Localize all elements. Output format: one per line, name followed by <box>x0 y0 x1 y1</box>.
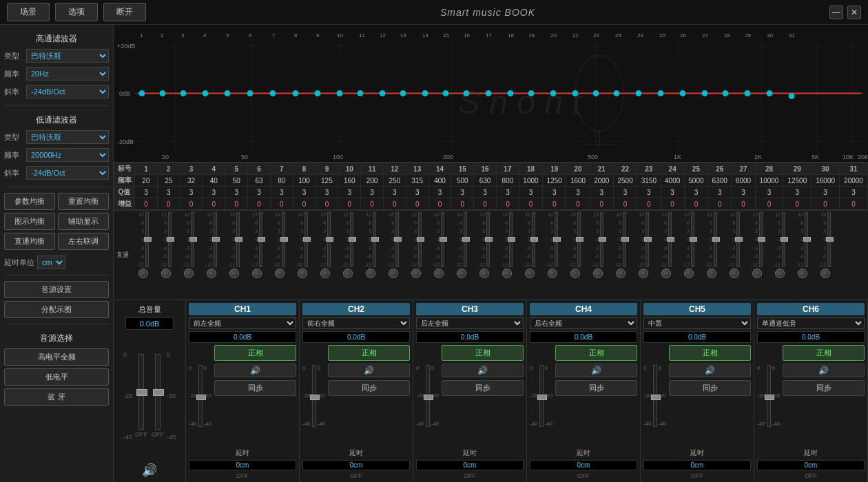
eq-fader-track-26[interactable] <box>714 212 717 267</box>
close-button[interactable]: ✕ <box>847 6 861 19</box>
ch2-delay-val[interactable]: 0cm <box>302 460 410 470</box>
ch5-delay-val[interactable]: 0cm <box>643 460 751 470</box>
eq-knob-17[interactable] <box>502 269 512 278</box>
ch6-speaker-button[interactable]: 🔊 <box>783 364 865 377</box>
eq-fader-track-17[interactable] <box>509 212 513 267</box>
eq-knob-2[interactable] <box>161 269 171 278</box>
eq-knob-25[interactable] <box>684 269 694 278</box>
lp-type-select[interactable]: 巴特沃斯 <box>26 130 109 144</box>
lr-link-button[interactable]: 左右联调 <box>58 233 109 250</box>
ch2-fader[interactable] <box>312 365 316 427</box>
eq-knob-10[interactable] <box>343 269 353 278</box>
eq-knob-4[interactable] <box>207 269 216 278</box>
ch5-speaker-button[interactable]: 🔊 <box>669 364 751 377</box>
eq-fader-track-2[interactable] <box>168 212 172 267</box>
high-full-button[interactable]: 高电平全频 <box>4 348 109 366</box>
eq-fader-track-21[interactable] <box>600 212 603 267</box>
eq-fader-track-12[interactable] <box>395 212 399 267</box>
graph-eq-button[interactable]: 图示均衡 <box>4 213 55 230</box>
eq-knob-21[interactable] <box>593 269 603 278</box>
ch3-delay-val[interactable]: 0cm <box>416 460 524 470</box>
eq-knob-29[interactable] <box>775 269 785 278</box>
eq-fader-track-8[interactable] <box>304 212 308 267</box>
ch6-phase-button[interactable]: 正相 <box>783 345 865 361</box>
eq-fader-track-22[interactable] <box>623 212 626 267</box>
eq-knob-31[interactable] <box>820 269 830 278</box>
distribution-button[interactable]: 分配示图 <box>4 301 109 318</box>
eq-knob-26[interactable] <box>707 269 716 278</box>
eq-knob-8[interactable] <box>298 269 307 278</box>
ch4-delay-val[interactable]: 0cm <box>530 460 637 470</box>
hp-freq-select[interactable]: 20Hz <box>26 67 109 81</box>
eq-fader-track-31[interactable] <box>827 212 831 267</box>
eq-knob-28[interactable] <box>752 269 762 278</box>
eq-knob-12[interactable] <box>389 269 398 278</box>
ch2-phase-button[interactable]: 正相 <box>328 345 410 361</box>
eq-fader-track-9[interactable] <box>327 212 331 267</box>
eq-knob-27[interactable] <box>730 269 739 278</box>
eq-fader-track-4[interactable] <box>214 212 217 267</box>
eq-knob-16[interactable] <box>479 269 489 278</box>
eq-fader-track-29[interactable] <box>782 212 785 267</box>
ch1-speaker-button[interactable]: 🔊 <box>214 364 296 377</box>
eq-fader-track-25[interactable] <box>691 212 694 267</box>
param-eq-button[interactable]: 参数均衡 <box>4 193 55 210</box>
eq-knob-18[interactable] <box>525 269 535 278</box>
ch1-fader[interactable] <box>198 365 203 427</box>
eq-knob-9[interactable] <box>320 269 330 278</box>
eq-knob-1[interactable] <box>138 269 148 278</box>
reset-eq-button[interactable]: 重置均衡 <box>58 193 109 210</box>
ch4-source-select[interactable]: 后右全频 <box>530 317 637 329</box>
eq-knob-14[interactable] <box>434 269 444 278</box>
source-settings-button[interactable]: 音源设置 <box>4 281 109 298</box>
options-button[interactable]: 选项 <box>55 3 98 21</box>
eq-fader-track-10[interactable] <box>350 212 353 267</box>
low-level-button[interactable]: 低电平 <box>4 368 109 386</box>
eq-fader-track-3[interactable] <box>191 212 194 267</box>
hp-slope-select[interactable]: -24dB/Oct <box>26 85 109 98</box>
scene-button[interactable]: 场景 <box>7 3 50 21</box>
eq-fader-track-15[interactable] <box>464 212 467 267</box>
eq-fader-track-11[interactable] <box>373 212 376 267</box>
lp-freq-select[interactable]: 20000Hz <box>26 148 109 162</box>
eq-fader-track-18[interactable] <box>532 212 535 267</box>
ch3-fader[interactable] <box>426 365 430 427</box>
eq-knob-30[interactable] <box>798 269 807 278</box>
eq-fader-track-6[interactable] <box>259 212 262 267</box>
eq-knob-22[interactable] <box>616 269 626 278</box>
ch3-speaker-button[interactable]: 🔊 <box>442 364 524 377</box>
ch4-sync-button[interactable]: 同步 <box>555 380 637 396</box>
eq-fader-track-28[interactable] <box>759 212 763 267</box>
ch1-delay-val[interactable]: 0cm <box>189 460 296 470</box>
eq-fader-track-14[interactable] <box>441 212 444 267</box>
pass-eq-button[interactable]: 直通均衡 <box>4 233 55 250</box>
eq-knob-24[interactable] <box>661 269 671 278</box>
delay-unit-select[interactable]: cm <box>37 255 65 269</box>
eq-knob-3[interactable] <box>184 269 194 278</box>
eq-fader-track-1[interactable] <box>145 212 149 267</box>
assist-display-button[interactable]: 辅助显示 <box>58 213 109 230</box>
ch6-delay-val[interactable]: 0cm <box>757 460 865 470</box>
ch4-speaker-button[interactable]: 🔊 <box>555 364 637 377</box>
ch6-source-select[interactable]: 单通道低音 <box>757 317 865 329</box>
ch4-fader[interactable] <box>539 365 544 427</box>
disconnect-button[interactable]: 断开 <box>103 3 146 21</box>
ch3-source-select[interactable]: 后左全频 <box>416 317 524 329</box>
eq-fader-track-16[interactable] <box>486 212 490 267</box>
ch1-sync-button[interactable]: 同步 <box>214 380 296 396</box>
ch5-source-select[interactable]: 中置 <box>643 317 751 329</box>
eq-fader-track-23[interactable] <box>645 212 649 267</box>
ch1-phase-button[interactable]: 正相 <box>214 345 296 361</box>
ch6-fader[interactable] <box>767 365 771 427</box>
eq-knob-20[interactable] <box>570 269 580 278</box>
ch1-source-select[interactable]: 前左全频 <box>189 317 296 329</box>
lp-slope-select[interactable]: -24dB/Oct <box>26 166 109 180</box>
eq-fader-track-30[interactable] <box>805 212 808 267</box>
bluetooth-button[interactable]: 蓝 牙 <box>4 388 109 406</box>
eq-knob-6[interactable] <box>252 269 262 278</box>
ch5-phase-button[interactable]: 正相 <box>669 345 751 361</box>
ch2-speaker-button[interactable]: 🔊 <box>328 364 410 377</box>
eq-fader-track-27[interactable] <box>736 212 740 267</box>
eq-fader-track-7[interactable] <box>282 212 285 267</box>
eq-fader-track-20[interactable] <box>577 212 581 267</box>
